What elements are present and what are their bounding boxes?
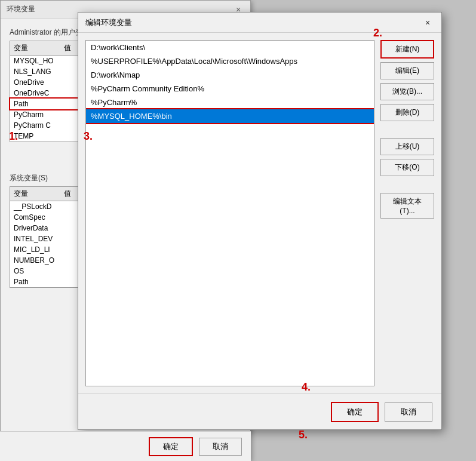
user-col-val: 值 (64, 43, 71, 53)
main-bg-footer: 确定 取消 (0, 431, 251, 461)
path-list-item[interactable]: %USERPROFILE%\AppData\Local\Microsoft\Wi… (86, 54, 374, 68)
button-spacer2 (380, 180, 434, 189)
button-spacer (380, 125, 434, 134)
main-cancel-button[interactable]: 取消 (199, 438, 242, 456)
move-up-button[interactable]: 上移(U) (380, 138, 434, 155)
edit-env-dialog: 编辑环境变量 × D:\work\Clients\ %USERPROFILE%\… (78, 12, 442, 430)
annotation-5: 5. (299, 429, 308, 441)
sys-col-var: 变量 (14, 189, 28, 199)
dialog-body: D:\work\Clients\ %USERPROFILE%\AppData\L… (78, 33, 441, 394)
move-down-button[interactable]: 下移(O) (380, 159, 434, 176)
dialog-title: 编辑环境变量 (85, 17, 132, 28)
sys-col-val: 值 (64, 189, 71, 199)
dialog-footer: 确定 取消 (78, 394, 441, 429)
dialog-ok-button[interactable]: 确定 (331, 402, 379, 422)
path-list-item[interactable]: %PyCharm Community Edition% (86, 82, 374, 96)
edit-path-button[interactable]: 编辑(E) (380, 62, 434, 79)
path-list-item[interactable]: D:\work\Clients\ (86, 41, 374, 54)
dialog-sidebar-buttons: 新建(N) 编辑(E) 浏览(B)... 删除(D) 上移(U) 下移(O) 编… (380, 40, 434, 386)
path-list-item[interactable]: %PyCharm% (86, 96, 374, 109)
dialog-close-button[interactable]: × (421, 16, 434, 29)
main-ok-button[interactable]: 确定 (149, 437, 193, 456)
browse-path-button[interactable]: 浏览(B)... (380, 83, 434, 100)
delete-path-button[interactable]: 删除(D) (380, 104, 434, 121)
dialog-titlebar: 编辑环境变量 × (78, 13, 441, 33)
user-col-var: 变量 (14, 43, 28, 53)
path-list-item[interactable]: D:\work\Nmap (86, 68, 374, 82)
new-path-button[interactable]: 新建(N) (380, 40, 434, 59)
path-list-container: D:\work\Clients\ %USERPROFILE%\AppData\L… (85, 40, 374, 386)
dialog-cancel-button[interactable]: 取消 (385, 402, 432, 422)
bg-window-title: 环境变量 (7, 4, 35, 14)
edit-text-button[interactable]: 编辑文本(T)... (380, 193, 434, 219)
selected-path-item[interactable]: %MYSQL_HOME%\bin (86, 109, 374, 123)
